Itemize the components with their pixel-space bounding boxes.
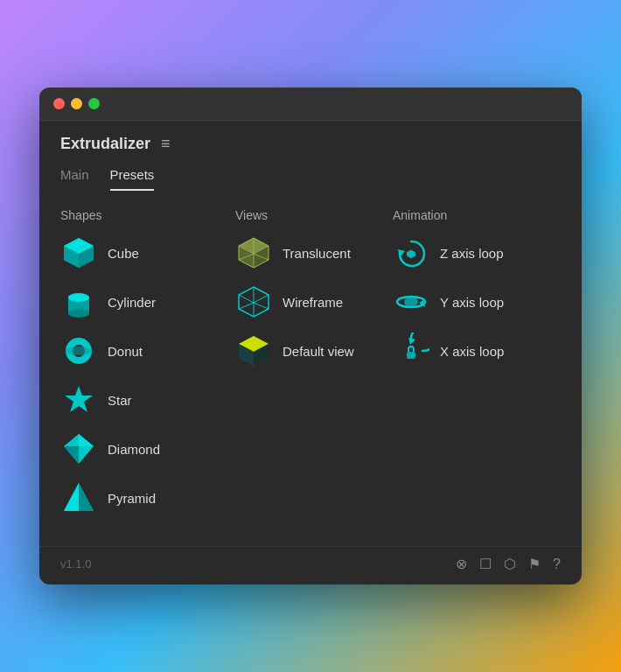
z-axis-label: Z axis loop [440,246,504,261]
app-header: Extrudalizer ≡ [39,121,582,153]
app-window: Extrudalizer ≡ Main Presets Shapes [39,88,582,584]
y-axis-label: Y axis loop [440,295,504,310]
animation-section: Animation Z axis loop [393,208,561,528]
svg-point-6 [68,309,89,318]
svg-marker-10 [65,386,93,412]
svg-marker-13 [64,446,79,464]
x-axis-icon [393,332,429,369]
app-title: Extrudalizer [60,135,150,153]
shape-pyramid[interactable]: Pyramid [60,480,235,516]
tab-main[interactable]: Main [60,167,89,191]
eye-off-icon[interactable]: ⊗ [456,556,467,572]
cube-small-icon[interactable]: ⬡ [504,556,516,572]
z-axis-icon [393,234,429,271]
close-button[interactable] [53,98,65,109]
help-icon[interactable]: ? [553,556,561,572]
title-bar [39,88,582,121]
shapes-section: Shapes Cube [60,208,235,528]
version-text: v1.1.0 [60,557,91,570]
views-section: Views [235,208,393,528]
translucent-label: Translucent [283,246,351,261]
svg-marker-12 [79,434,94,446]
minimize-button[interactable] [71,98,82,109]
view-default[interactable]: Default view [235,332,393,369]
main-content: Shapes Cube [39,191,582,542]
shape-star[interactable]: Star [60,382,235,418]
flag-icon[interactable]: ⚑ [528,556,541,572]
shape-donut[interactable]: Donut [60,332,235,369]
views-label: Views [235,208,393,222]
diamond-label: Diamond [108,442,160,457]
default-view-label: Default view [283,344,354,359]
x-axis-label: X axis loop [440,344,504,359]
diamond-icon [60,430,97,467]
svg-marker-16 [64,483,79,511]
default-view-icon [235,332,272,369]
donut-icon [60,332,97,369]
svg-line-30 [254,295,269,303]
svg-line-33 [254,303,269,309]
sections: Shapes Cube [60,208,561,528]
maximize-button[interactable] [88,98,100,109]
svg-point-5 [68,293,89,302]
traffic-lights [53,98,100,109]
cylinder-label: Cylinder [108,295,156,310]
tab-presets[interactable]: Presets [110,167,155,191]
svg-point-43 [404,297,418,307]
shape-diamond[interactable]: Diamond [60,430,235,467]
wireframe-label: Wireframe [283,295,343,310]
cube-label: Cube [108,246,139,261]
view-wireframe[interactable]: Wireframe [235,284,393,320]
hamburger-icon[interactable]: ≡ [161,135,171,153]
anim-z-axis[interactable]: Z axis loop [393,234,561,271]
pyramid-icon [60,480,97,516]
y-axis-icon [393,284,429,320]
svg-marker-40 [407,250,415,259]
anim-y-axis[interactable]: Y axis loop [393,284,561,320]
footer: v1.1.0 ⊗ ☐ ⬡ ⚑ ? [39,546,582,584]
footer-icons: ⊗ ☐ ⬡ ⚑ ? [456,556,561,572]
donut-label: Donut [108,344,143,359]
view-translucent[interactable]: Translucent [235,234,393,271]
cube-icon [60,234,97,271]
shapes-label: Shapes [60,208,235,222]
cylinder-icon [60,284,97,320]
svg-marker-44 [408,338,415,345]
shape-cube[interactable]: Cube [60,234,235,271]
svg-line-31 [239,295,254,303]
square-icon[interactable]: ☐ [479,556,492,572]
star-icon [60,382,97,418]
svg-marker-15 [79,483,94,511]
svg-line-34 [239,303,254,309]
pyramid-label: Pyramid [108,491,156,506]
animation-label: Animation [393,208,561,222]
anim-x-axis[interactable]: X axis loop [393,332,561,369]
tabs-container: Main Presets [39,153,582,191]
svg-rect-45 [407,352,415,359]
star-label: Star [108,393,132,408]
wireframe-icon [235,284,272,320]
translucent-icon [235,234,272,271]
svg-point-9 [66,346,92,355]
shape-cylinder[interactable]: Cylinder [60,284,235,320]
